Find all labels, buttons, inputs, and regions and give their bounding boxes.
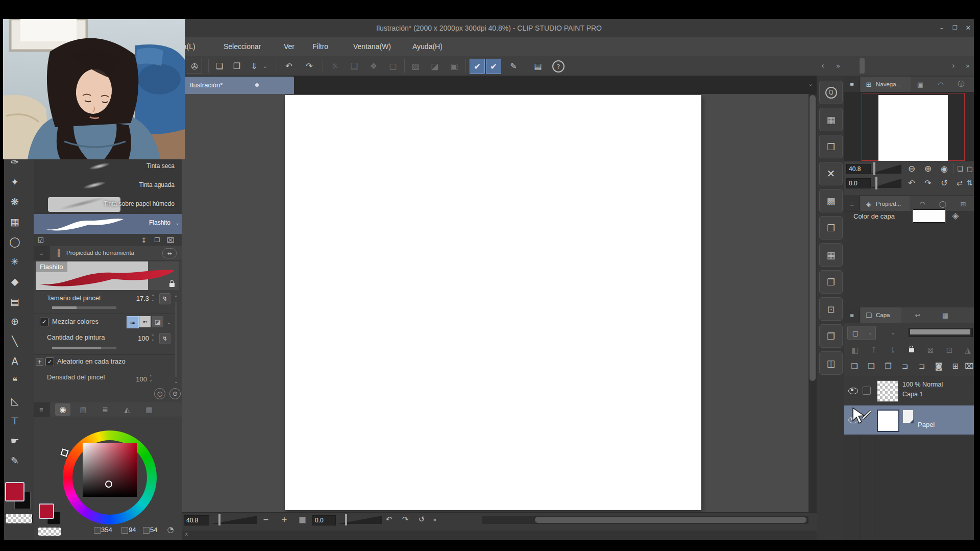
- merge-down-icon[interactable]: ⊐: [915, 360, 929, 373]
- layer-opacity-slider[interactable]: [909, 328, 973, 337]
- mix-mode-1-button[interactable]: ≈: [127, 316, 139, 328]
- layer-color-bucket-icon[interactable]: ◈: [949, 209, 962, 222]
- text-tool-icon[interactable]: A: [0, 353, 30, 369]
- panel-main-color-swatch[interactable]: [39, 504, 54, 519]
- draft-layer-icon[interactable]: ⇂: [886, 344, 899, 356]
- border-effect-icon[interactable]: ◯: [937, 199, 948, 208]
- layer-palette-icon[interactable]: ▦: [939, 310, 951, 320]
- panel-menu-icon[interactable]: ≡: [844, 307, 860, 323]
- material-panel-button-5[interactable]: ❐: [819, 324, 843, 348]
- layer-row-capa1[interactable]: 100 % Normal Capa 1: [844, 376, 974, 406]
- selection-mode-2-button[interactable]: ◪: [428, 59, 442, 73]
- menu-ayuda[interactable]: Ayuda(H): [412, 37, 443, 56]
- subtool-check-icon[interactable]: ☑: [36, 235, 46, 245]
- material-folder-panel-button[interactable]: ❐: [819, 135, 843, 158]
- nav-zoom-in-icon[interactable]: ⊕: [922, 162, 934, 175]
- blend-mode-dropdown[interactable]: ▢ ⌄: [847, 326, 876, 340]
- save-file-button[interactable]: ⇓: [247, 59, 261, 73]
- tab-list-caret-icon[interactable]: ⌄: [806, 80, 815, 88]
- paint-amount-value[interactable]: 100: [132, 334, 149, 342]
- enable-mask-icon[interactable]: ⊡: [943, 344, 956, 356]
- blend-tool-icon[interactable]: ❋: [0, 194, 30, 209]
- panel-menu-icon[interactable]: ≡: [844, 77, 860, 92]
- snap-ruler-button[interactable]: ✔: [470, 59, 485, 74]
- quick-access-panel-button[interactable]: Q: [819, 81, 843, 104]
- new-vector-layer-icon[interactable]: ❏: [864, 360, 878, 373]
- collapse-bar-icon[interactable]: ◂: [431, 515, 438, 523]
- deselect-button[interactable]: ☼: [328, 59, 342, 73]
- delete-subtool-icon[interactable]: ⌧: [165, 235, 176, 245]
- strip-next-all-icon[interactable]: »: [963, 59, 973, 73]
- brush-density-value[interactable]: 100: [130, 375, 147, 383]
- navigator-preview-area[interactable]: [844, 92, 974, 161]
- subtool-row-tinta-seca[interactable]: Tinta seca: [34, 157, 182, 177]
- layer-thumbnail-capa1[interactable]: [877, 380, 898, 402]
- chevron-down-icon[interactable]: ⌄: [165, 319, 173, 326]
- minimize-button[interactable]: –: [936, 19, 948, 37]
- amount-dynamics-button[interactable]: ↯: [159, 333, 170, 344]
- tab-modified-dot[interactable]: [255, 83, 259, 87]
- color-wheel-tab[interactable]: ◉: [55, 403, 70, 416]
- new-folder-icon[interactable]: ❐: [881, 360, 895, 373]
- scroll-up-icon[interactable]: ⌃: [173, 294, 180, 300]
- strip-prev-all-icon[interactable]: »: [833, 59, 843, 73]
- correct-line-tool-icon[interactable]: ⊤: [0, 413, 30, 428]
- layer-thumbnail-papel[interactable]: [877, 410, 899, 432]
- nav-zoom-out-icon[interactable]: ⊖: [905, 162, 918, 175]
- canvas[interactable]: [285, 95, 701, 510]
- material-panel-button-3[interactable]: ❐: [819, 270, 843, 294]
- balloon-tool-icon[interactable]: ❝: [0, 373, 30, 389]
- effect-icon[interactable]: ◠: [917, 199, 928, 208]
- color-dial-icon[interactable]: ◔: [165, 524, 176, 535]
- navigator-rotate-value[interactable]: 0.0: [846, 178, 871, 188]
- canvas-vscrollbar[interactable]: [808, 94, 817, 512]
- info-icon[interactable]: ⓘ: [955, 80, 967, 89]
- eyedropper-tool-icon[interactable]: ✎: [0, 453, 30, 468]
- strip-scroll-nub[interactable]: [860, 58, 865, 74]
- clip-to-layer-icon[interactable]: ◧: [848, 344, 862, 356]
- stepper-icon[interactable]: ⌃⌄: [149, 376, 153, 382]
- open-file-button[interactable]: ❐: [230, 59, 244, 73]
- nav-flip-h-icon[interactable]: ⇄: [954, 177, 965, 189]
- color-set-tab[interactable]: ≣: [99, 404, 112, 415]
- navigator-zoom-value[interactable]: 40.8: [846, 164, 871, 174]
- panel-toggle-icon[interactable]: ↔: [162, 248, 177, 258]
- scroll-down-icon[interactable]: ⌄: [173, 378, 180, 384]
- rotate-left-icon[interactable]: ↶: [384, 514, 394, 524]
- snap-special-ruler-button[interactable]: ✔: [486, 59, 501, 74]
- navigator-zoom-thumb[interactable]: [873, 162, 875, 175]
- nav-rotate-right-icon[interactable]: ↷: [922, 177, 934, 189]
- lasso-tool-icon[interactable]: ◯: [0, 234, 30, 249]
- fill-tool-icon[interactable]: ◆: [0, 274, 30, 289]
- subtool-row-tinta-aguada[interactable]: Tinta aguada: [34, 176, 182, 196]
- object-tool-icon[interactable]: ⊕: [0, 314, 30, 329]
- hscroll-thumb[interactable]: [535, 517, 806, 523]
- nav-rotate-left-icon[interactable]: ↶: [905, 177, 918, 189]
- correct-line-button[interactable]: ✎: [506, 59, 521, 73]
- ruler-tool-icon[interactable]: ◺: [0, 393, 30, 409]
- strip-prev-icon[interactable]: ‹: [819, 59, 827, 73]
- brush-size-slider[interactable]: [52, 306, 116, 309]
- tone-pattern-panel-button[interactable]: ▩: [819, 189, 843, 212]
- subtool-row-flashito[interactable]: Flashito ⌄: [34, 214, 182, 234]
- rotate-right-icon[interactable]: ↷: [400, 514, 410, 524]
- intermediate-color-tab[interactable]: ◭: [120, 404, 134, 415]
- panel-menu-icon[interactable]: ≡: [34, 246, 50, 260]
- delete-layer-icon[interactable]: ⌧: [964, 360, 975, 373]
- layer-visibility-icon[interactable]: [848, 388, 858, 394]
- lock-icon[interactable]: [169, 283, 175, 287]
- material-panel-button-1[interactable]: ❐: [819, 216, 843, 239]
- register-settings-button[interactable]: ⊙: [169, 388, 181, 399]
- nav-actual-pixels-icon[interactable]: ❏: [955, 162, 965, 175]
- menu-seleccionar[interactable]: Seleccionar: [224, 37, 261, 56]
- navigator-tab3-icon[interactable]: ◠: [935, 80, 946, 89]
- close-panel-button[interactable]: ✕: [819, 162, 843, 185]
- chevron-down-icon[interactable]: ⌄: [176, 220, 180, 226]
- apply-mask-icon[interactable]: ⊞: [948, 360, 963, 373]
- nav-fit-screen-icon[interactable]: ▢: [966, 162, 974, 175]
- clip-studio-logo-icon[interactable]: ✇: [187, 59, 202, 74]
- create-mask-icon[interactable]: ◙: [932, 360, 946, 373]
- nav-flip-v-icon[interactable]: ⇅: [966, 177, 974, 189]
- panel-menu-icon[interactable]: ≡: [34, 402, 50, 417]
- status-zoom-value[interactable]: 40.8: [184, 515, 209, 525]
